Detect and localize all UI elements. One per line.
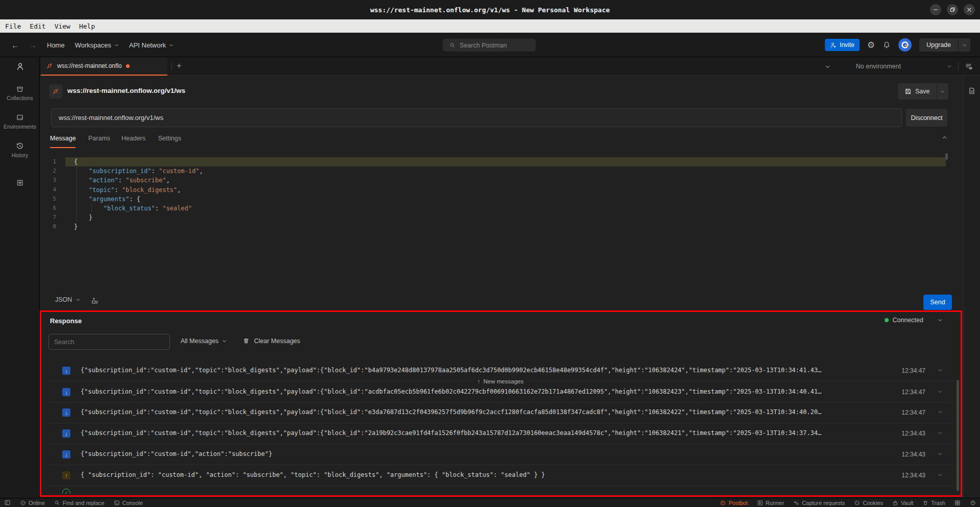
environment-quick-look-icon[interactable] (965, 62, 973, 70)
save-icon (904, 88, 912, 95)
cookie-icon (854, 500, 860, 506)
websocket-icon (46, 62, 53, 69)
global-search[interactable]: Search Postman (443, 39, 536, 52)
sidebar-more-icon[interactable]: ⊞ (0, 178, 40, 187)
expand-chevron-icon[interactable] (938, 472, 943, 477)
request-title: wss://rest-mainnet.onflow.org/v1/ws (67, 87, 185, 94)
sidebar-item-collections[interactable]: Collections (0, 85, 40, 101)
vault-button[interactable]: Vault (892, 500, 913, 506)
message-row[interactable]: ↓ {"subscription_id":"custom-id","topic"… (47, 402, 954, 423)
message-editor[interactable]: 1{ 2 "subscription_id": "custom-id", 3 "… (40, 152, 949, 289)
editor-line: 5 "arguments": { (40, 195, 949, 204)
editor-scrollbar[interactable] (945, 153, 948, 160)
expand-chevron-icon[interactable] (938, 451, 943, 456)
chevron-down-icon (169, 43, 173, 47)
upgrade-button[interactable]: Upgrade (919, 38, 970, 52)
sidebar-item-history[interactable]: History (0, 142, 40, 158)
nav-api-network[interactable]: API Network (129, 41, 173, 49)
save-button[interactable]: Save (898, 83, 948, 100)
two-pane-view-icon[interactable] (954, 500, 961, 506)
arrow-up-icon: ↑ (478, 378, 481, 384)
request-tab[interactable]: wss://rest-mainnet.onflo (41, 57, 167, 76)
clear-messages-button[interactable]: Clear Messages (242, 337, 300, 345)
new-messages-pill[interactable]: ↑ New messages (471, 378, 530, 384)
message-filter-select[interactable]: All Messages (181, 337, 227, 345)
menu-bar: File Edit View Help (0, 19, 980, 33)
invite-button[interactable]: Invite (825, 39, 860, 51)
chevron-down-icon (114, 43, 119, 47)
response-scrollbar[interactable] (957, 380, 959, 491)
tab-list-chevron-icon[interactable] (825, 64, 831, 69)
expand-chevron-icon[interactable] (938, 409, 943, 415)
back-icon[interactable]: ← (11, 41, 19, 50)
send-row: JSON Send (40, 292, 963, 312)
menu-view[interactable]: View (55, 22, 70, 30)
find-and-replace[interactable]: Find and replace (54, 500, 105, 506)
menu-edit[interactable]: Edit (30, 22, 45, 30)
message-row[interactable]: ↓ {"subscription_id":"custom-id","topic"… (47, 382, 954, 403)
received-arrow-icon: ↓ (62, 367, 70, 375)
person-icon (15, 62, 25, 71)
received-arrow-icon: ↓ (62, 429, 70, 438)
message-row[interactable]: ↑ { "subscription_id": "custom-id", "act… (47, 465, 954, 486)
new-tab-button[interactable]: + (177, 61, 182, 71)
received-arrow-icon: ↓ (62, 388, 70, 396)
close-button[interactable] (964, 4, 975, 15)
notifications-bell-icon[interactable] (883, 41, 891, 49)
runner-button[interactable]: Runner (757, 500, 784, 506)
trash-icon (922, 500, 928, 506)
url-input[interactable] (51, 108, 902, 127)
nav-workspaces[interactable]: Workspaces (75, 41, 119, 49)
editor-line: 3 "action": "subscribe", (40, 176, 949, 185)
message-row[interactable]: ↓ {"subscription_id":"custom-id","action… (47, 444, 954, 465)
forward-icon[interactable]: → (29, 41, 37, 50)
restore-button[interactable] (947, 4, 958, 15)
beautify-icon[interactable] (91, 297, 99, 305)
tab-message[interactable]: Message (50, 135, 76, 142)
environment-selector[interactable]: No environment (856, 63, 952, 70)
unsaved-dot (126, 64, 130, 68)
capture-requests-button[interactable]: Capture requests (793, 500, 845, 506)
collections-icon (16, 85, 24, 93)
menu-help[interactable]: Help (79, 22, 95, 30)
expand-chevron-icon[interactable] (938, 389, 943, 394)
search-icon (54, 500, 60, 506)
menu-file[interactable]: File (5, 22, 21, 30)
online-status[interactable]: Online (20, 500, 45, 506)
send-button[interactable]: Send (923, 295, 952, 310)
chevron-down-icon (76, 297, 81, 302)
collapse-chevron-icon[interactable] (942, 135, 947, 140)
tab-params[interactable]: Params (88, 135, 110, 142)
console-button[interactable]: Console (114, 500, 143, 506)
sidebar-toggle-icon[interactable] (4, 499, 11, 506)
connection-status[interactable]: Connected (885, 317, 943, 324)
person-plus-icon (830, 42, 837, 49)
disconnect-button[interactable]: Disconnect (906, 109, 947, 127)
postbot-icon (720, 500, 726, 506)
editor-line: 6 "block_status": "sealed" (40, 204, 949, 213)
cookies-button[interactable]: Cookies (854, 500, 883, 506)
help-icon[interactable] (970, 500, 976, 506)
sidebar-account[interactable] (0, 62, 40, 71)
title-bar: wss://rest-mainnet.onflow.org/v1/ws - Ne… (0, 0, 980, 19)
expand-chevron-icon[interactable] (938, 430, 943, 436)
avatar[interactable] (898, 38, 912, 52)
nav-home[interactable]: Home (47, 41, 65, 49)
postbot-button[interactable]: Postbot (720, 500, 747, 506)
request-tabs: Message Params Headers Settings (40, 132, 963, 149)
message-row[interactable]: ↓ {"subscription_id":"custom-id","topic"… (47, 423, 954, 444)
response-search-input[interactable] (48, 334, 170, 350)
tab-headers[interactable]: Headers (121, 135, 145, 142)
trash-button[interactable]: Trash (922, 500, 945, 506)
message-row-partial[interactable]: ✓ (47, 486, 954, 494)
expand-chevron-icon[interactable] (938, 368, 943, 373)
editor-line: 7 } (40, 213, 949, 222)
search-icon (449, 42, 456, 49)
message-type-select[interactable]: JSON (55, 296, 81, 303)
checkmark-circle-icon: ✓ (62, 489, 70, 494)
sidebar-item-environments[interactable]: Environments (0, 113, 40, 130)
settings-gear-icon[interactable]: ⚙ (867, 40, 875, 51)
documentation-icon[interactable] (968, 87, 976, 95)
tab-settings[interactable]: Settings (158, 135, 181, 142)
minimize-button[interactable] (930, 4, 941, 15)
